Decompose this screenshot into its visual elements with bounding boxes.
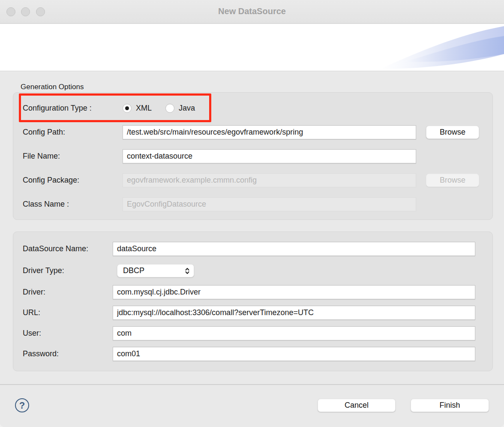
datasource-name-label: DataSource Name: — [23, 244, 113, 253]
password-input[interactable] — [113, 347, 475, 361]
file-name-input[interactable] — [123, 149, 416, 163]
driver-type-select[interactable]: DBCP — [117, 264, 194, 277]
url-label: URL: — [23, 308, 113, 317]
password-row: Password: — [23, 347, 475, 361]
config-package-row: Config Package: Browse — [23, 173, 479, 187]
xml-radio-label[interactable]: XML — [136, 104, 152, 113]
datasource-name-input[interactable] — [113, 242, 475, 256]
new-datasource-dialog: New DataSource Create Datasource. Genera… — [0, 0, 504, 427]
driver-type-label: Driver Type: — [23, 266, 113, 275]
class-name-label: Class Name : — [23, 200, 123, 209]
generation-options-label: Generation Options — [21, 83, 84, 91]
config-package-input — [123, 173, 416, 187]
config-package-label: Config Package: — [23, 176, 123, 185]
config-path-input[interactable] — [123, 125, 416, 139]
generation-options-group: Configuration Type : XML Java Config Pat… — [13, 92, 493, 220]
config-path-label: Config Path: — [23, 128, 123, 137]
user-label: User: — [23, 329, 113, 338]
config-path-browse-button[interactable]: Browse — [426, 126, 479, 139]
file-name-label: File Name: — [23, 152, 123, 161]
url-input[interactable] — [113, 306, 475, 320]
updown-chevron-icon — [185, 267, 190, 275]
banner-swoosh-decoration — [380, 24, 504, 71]
datasource-settings-group: DataSource Name: Driver Type: DBCP Drive… — [13, 232, 493, 371]
user-input[interactable] — [113, 326, 475, 340]
configuration-type-row: Configuration Type : XML Java — [23, 101, 204, 115]
driver-row: Driver: — [23, 285, 475, 299]
driver-type-row: Driver Type: DBCP — [23, 264, 194, 278]
config-path-row: Config Path: Browse — [23, 125, 479, 139]
question-mark-icon: ? — [19, 400, 25, 411]
driver-label: Driver: — [23, 288, 113, 297]
finish-button[interactable]: Finish — [411, 399, 489, 412]
driver-type-value: DBCP — [123, 266, 185, 275]
driver-input[interactable] — [113, 285, 475, 299]
file-name-row: File Name: — [23, 149, 416, 163]
configuration-type-label: Configuration Type : — [23, 104, 123, 113]
button-bar: ? Cancel Finish — [0, 384, 504, 427]
url-row: URL: — [23, 306, 475, 320]
class-name-input — [123, 197, 416, 211]
java-radio-label[interactable]: Java — [179, 104, 195, 113]
password-label: Password: — [23, 349, 113, 358]
class-name-row: Class Name : — [23, 197, 416, 211]
datasource-name-row: DataSource Name: — [23, 242, 475, 256]
config-package-browse-button: Browse — [426, 174, 479, 187]
titlebar: New DataSource — [0, 0, 504, 24]
help-button[interactable]: ? — [15, 398, 29, 412]
xml-radio-selected-dot — [125, 106, 129, 110]
dialog-content: Generation Options Configuration Type : … — [0, 72, 504, 383]
cancel-button[interactable]: Cancel — [318, 399, 396, 412]
java-radio[interactable] — [165, 104, 174, 113]
user-row: User: — [23, 326, 475, 340]
window-title: New DataSource — [0, 6, 504, 16]
configuration-type-radio-group: XML Java — [123, 104, 204, 113]
wizard-banner: Create Datasource. — [0, 24, 504, 71]
xml-radio[interactable] — [123, 104, 132, 113]
